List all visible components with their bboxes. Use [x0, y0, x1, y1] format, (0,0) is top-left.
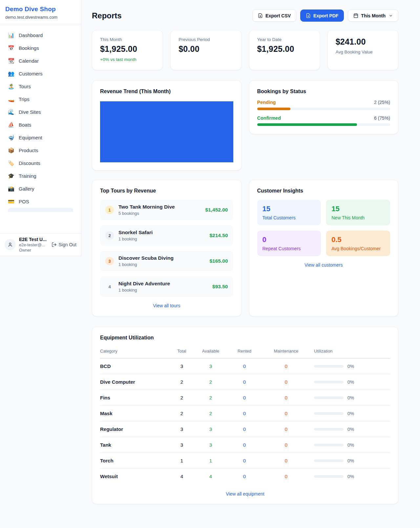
charts-row: Revenue Trend (This Month) Bookings by S… [92, 80, 398, 171]
file-download-icon [258, 13, 263, 18]
sidebar-item-customers[interactable]: 👥 Customers [4, 67, 77, 80]
utilization-pct: 0% [347, 458, 354, 463]
stat-label: Avg Booking Value [336, 50, 390, 54]
sidebar-item-discounts[interactable]: 🏷️ Discounts [4, 157, 77, 170]
tile-total-customers: 15 Total Customers [257, 200, 321, 225]
maintenance-cell: 0 [262, 458, 311, 463]
utilization-pct: 0% [347, 442, 354, 448]
available-cell: 2 [194, 411, 227, 416]
sidebar-item-gallery[interactable]: 📸 Gallery [4, 182, 77, 195]
export-csv-button[interactable]: Export CSV [252, 10, 296, 22]
view-all-equipment-link[interactable]: View all equipment [100, 491, 390, 497]
utilization-cell: 0% [311, 442, 390, 448]
tour-name: Night Dive Adventure [118, 281, 208, 287]
customer-insights-title: Customer Insights [257, 188, 390, 194]
utilization-bar [314, 475, 344, 478]
tour-name: Two Tank Morning Dive [118, 204, 201, 210]
tile-value: 15 [331, 205, 385, 213]
sidebar-item-trips[interactable]: 🚤 Trips [4, 93, 77, 106]
revenue-trend-card: Revenue Trend (This Month) [92, 80, 242, 171]
sidebar-item-dive-sites[interactable]: 🌊 Dive Sites [4, 106, 77, 118]
view-all-customers-link[interactable]: View all customers [257, 262, 390, 268]
tour-name: Discover Scuba Diving [118, 255, 205, 261]
export-pdf-label: Export PDF [313, 13, 338, 18]
dashboard-icon: 📊 [8, 32, 14, 38]
category-cell: Mask [100, 411, 170, 416]
sidebar: Demo Dive Shop demo.test.divestreams.com… [0, 0, 81, 256]
sign-out-button[interactable]: Sign Out [52, 242, 76, 247]
view-all-tours-link[interactable]: View all tours [100, 303, 233, 308]
sidebar-item-training[interactable]: 🎓 Training [4, 170, 77, 182]
insights-row: Top Tours by Revenue 1 Two Tank Morning … [92, 180, 398, 316]
tile-label: Total Customers [262, 215, 316, 220]
tile-value: 0 [262, 235, 316, 244]
sidebar-item-boats[interactable]: ⛵ Boats [4, 118, 77, 131]
revenue-trend-chart [100, 101, 233, 162]
sidebar-item-label: Customers [19, 71, 43, 76]
utilization-cell: 0% [311, 411, 390, 416]
sidebar-item-label: Training [19, 173, 36, 179]
utilization-cell: 0% [311, 458, 390, 463]
user-role: Owner [19, 248, 48, 253]
sidebar-item-tours[interactable]: 🏝️ Tours [4, 80, 77, 93]
rank-badge: 1 [105, 206, 114, 214]
total-cell: 3 [170, 442, 194, 448]
table-row: Tank 3 3 0 0 0% [100, 437, 390, 453]
column-header: Maintenance [262, 349, 311, 354]
rented-cell: 0 [227, 411, 262, 416]
user-panel: E2E Test U... e2e-tester@... Owner Sign … [0, 233, 81, 256]
export-pdf-button[interactable]: Export PDF [300, 10, 344, 22]
tile-label: Avg Bookings/Customer [331, 246, 385, 251]
table-row: Torch 1 1 0 0 0% [100, 453, 390, 469]
maintenance-cell: 0 [262, 426, 311, 432]
tile-avg-bookings-customer: 0.5 Avg Bookings/Customer [326, 231, 390, 256]
sidebar-item-reports-partial[interactable] [8, 208, 73, 212]
sidebar-item-bookings[interactable]: 📅 Bookings [4, 42, 77, 54]
period-label: This Month [361, 13, 386, 18]
sidebar-item-calendar[interactable]: 📆 Calendar [4, 54, 77, 67]
category-cell: Wetsuit [100, 474, 170, 479]
avatar [5, 239, 16, 250]
status-row-pending: Pending 2 (25%) [257, 100, 390, 110]
tile-label: New This Month [331, 215, 385, 220]
progress-fill [257, 123, 357, 126]
utilization-pct: 0% [347, 427, 354, 432]
stat-change: +0% vs last month [100, 57, 155, 62]
available-cell: 1 [194, 458, 227, 463]
trips-icon: 🚤 [8, 96, 14, 102]
sidebar-item-label: Discounts [19, 160, 40, 166]
rented-cell: 0 [227, 458, 262, 463]
available-cell: 3 [194, 426, 227, 432]
gallery-icon: 📸 [8, 186, 14, 192]
stat-value: $241.00 [336, 37, 390, 47]
table-row: Mask 2 2 0 0 0% [100, 406, 390, 421]
stat-card-previous-period: Previous Period $0.00 [170, 30, 241, 70]
category-cell: Torch [100, 458, 170, 463]
tour-amount: $165.00 [209, 258, 228, 264]
rented-cell: 0 [227, 395, 262, 400]
utilization-bar [314, 396, 344, 399]
tour-list: 1 Two Tank Morning Dive 5 bookings $1,45… [100, 200, 233, 297]
page-title: Reports [92, 11, 122, 20]
sidebar-item-products[interactable]: 📦 Products [4, 144, 77, 157]
sidebar-item-equipment[interactable]: 🤿 Equipment [4, 131, 77, 144]
header-actions: Export CSV Export PDF This Month [252, 10, 398, 22]
stat-value: $0.00 [178, 44, 233, 54]
progress-track [257, 123, 390, 126]
sidebar-item-pos[interactable]: 💳 POS [4, 195, 77, 208]
available-cell: 4 [194, 474, 227, 479]
utilization-pct: 0% [347, 474, 354, 479]
period-dropdown[interactable]: This Month [348, 10, 398, 22]
maintenance-cell: 0 [262, 474, 311, 479]
maintenance-cell: 0 [262, 363, 311, 369]
utilization-bar [314, 444, 344, 446]
status-value: 6 (75%) [374, 115, 390, 121]
main-content: Reports Export CSV Export PDF This Month [92, 0, 398, 504]
sidebar-item-label: Calendar [19, 58, 39, 64]
utilization-cell: 0% [311, 395, 390, 400]
sidebar-item-dashboard[interactable]: 📊 Dashboard [4, 29, 77, 42]
rented-cell: 0 [227, 426, 262, 432]
rented-cell: 0 [227, 363, 262, 369]
status-label: Pending [257, 100, 276, 105]
utilization-bar [314, 381, 344, 383]
